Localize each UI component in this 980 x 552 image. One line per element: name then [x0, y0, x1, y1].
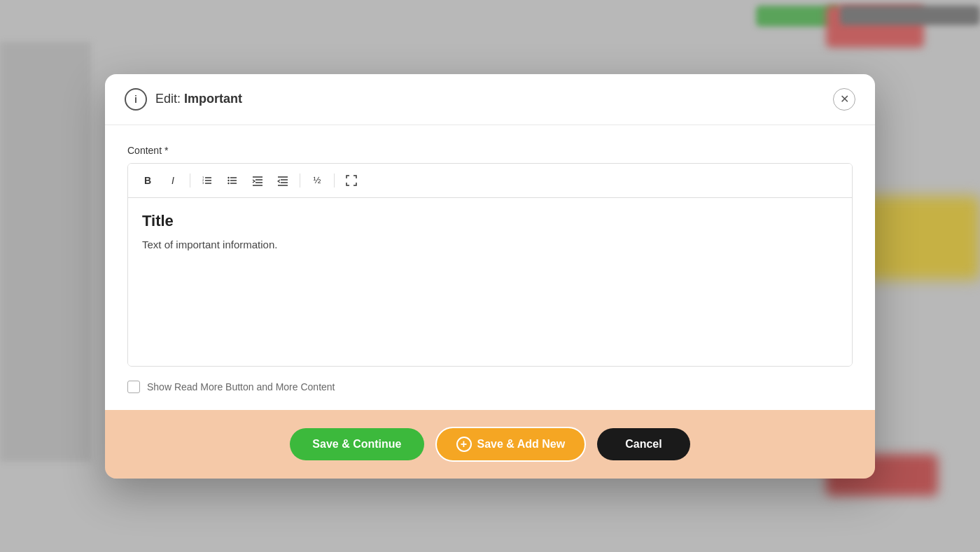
toolbar-separator-2: [300, 174, 300, 187]
editor-text[interactable]: Text of important information.: [142, 239, 838, 250]
cancel-button[interactable]: Cancel: [597, 428, 690, 460]
editor-toolbar: B I 1 2 3: [128, 164, 852, 198]
save-add-new-button[interactable]: + Save & Add New: [435, 427, 587, 462]
checkbox-row: Show Read More Button and More Content: [127, 381, 853, 393]
svg-text:3: 3: [202, 181, 204, 185]
editor-content-area[interactable]: Title Text of important information.: [128, 198, 852, 366]
indent-button[interactable]: [246, 169, 269, 192]
modal-header-left: i Edit: Important: [125, 88, 242, 111]
editor-title[interactable]: Title: [142, 212, 838, 230]
svg-point-9: [227, 176, 229, 178]
outdent-icon: [277, 175, 288, 186]
rich-text-editor[interactable]: B I 1 2 3: [127, 163, 853, 367]
show-read-more-checkbox[interactable]: [127, 381, 140, 393]
outdent-button[interactable]: [272, 169, 294, 192]
fraction-button[interactable]: ½: [306, 169, 328, 192]
bold-button[interactable]: B: [136, 169, 159, 192]
unordered-list-icon: [227, 175, 238, 186]
info-icon: i: [125, 88, 147, 111]
indent-icon: [252, 175, 263, 186]
modal-title: Edit: Important: [155, 92, 242, 106]
plus-circle-icon: +: [456, 437, 472, 452]
content-field-label: Content *: [127, 145, 853, 156]
ordered-list-button[interactable]: 1 2 3: [196, 169, 218, 192]
svg-point-10: [227, 179, 229, 181]
modal-body: Content * B I 1 2 3: [105, 125, 875, 410]
expand-icon: [346, 175, 357, 186]
unordered-list-button[interactable]: [221, 169, 244, 192]
toolbar-separator-1: [190, 174, 190, 187]
modal-header: i Edit: Important ✕: [105, 74, 875, 125]
save-continue-button[interactable]: Save & Continue: [290, 428, 424, 460]
modal-footer: Save & Continue + Save & Add New Cancel: [105, 410, 875, 479]
close-button[interactable]: ✕: [833, 88, 855, 111]
edit-important-modal: i Edit: Important ✕ Content * B I: [105, 74, 875, 479]
ordered-list-icon: 1 2 3: [202, 175, 213, 186]
show-read-more-label[interactable]: Show Read More Button and More Content: [147, 381, 335, 392]
toolbar-separator-3: [334, 174, 335, 187]
svg-point-11: [227, 182, 229, 183]
italic-button[interactable]: I: [162, 169, 184, 192]
expand-button[interactable]: [340, 169, 363, 192]
